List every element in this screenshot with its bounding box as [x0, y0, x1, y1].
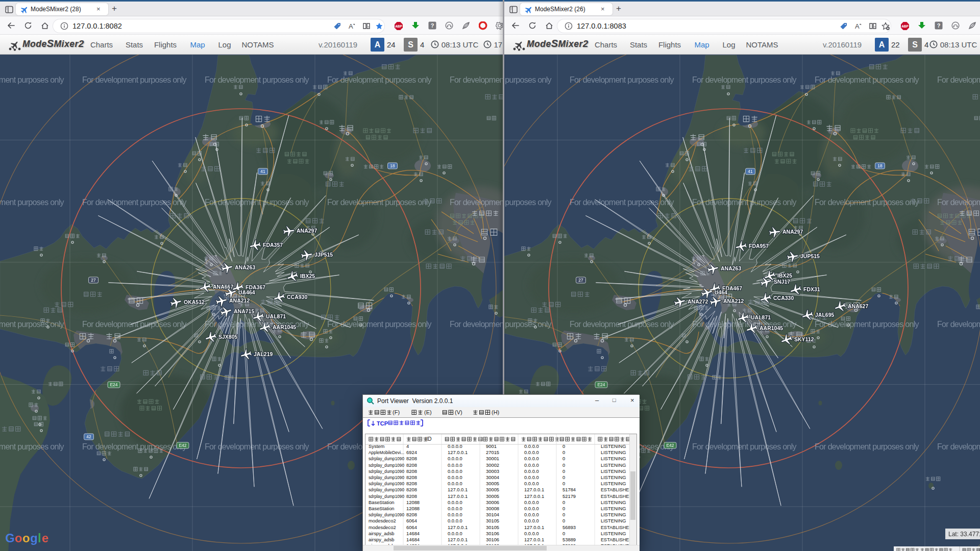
svg-text:127.0.0.1: 127.0.0.1 [448, 449, 468, 455]
svg-text:4: 4 [406, 443, 409, 449]
svg-text:0.0.0.0: 0.0.0.0 [524, 443, 539, 449]
svg-text:127.0.0.1: 127.0.0.1 [524, 487, 544, 492]
svg-text:(E): (E) [424, 409, 432, 415]
svg-text:LISTENING: LISTENING [601, 468, 626, 474]
svg-text:0: 0 [562, 531, 565, 536]
svg-text:LISTENING: LISTENING [601, 518, 626, 523]
svg-text:TCP: TCP [377, 420, 388, 427]
svg-text:FDA957: FDA957 [749, 243, 769, 249]
svg-text:0.0.0.0: 0.0.0.0 [524, 462, 539, 468]
svg-text:LISTENING: LISTENING [601, 506, 626, 511]
svg-text:ANA667: ANA667 [213, 284, 233, 290]
svg-text:ANA263: ANA263 [721, 265, 741, 271]
svg-text:27015: 27015 [486, 449, 499, 455]
svg-text:30106: 30106 [486, 531, 499, 536]
svg-text:AppleMobileDevi...: AppleMobileDevi... [369, 449, 404, 455]
svg-text:LISTENING: LISTENING [601, 481, 626, 486]
svg-text:0: 0 [562, 506, 565, 511]
svg-text:0.0.0.0: 0.0.0.0 [524, 512, 539, 517]
svg-text:0.0.0.0: 0.0.0.0 [448, 456, 462, 461]
svg-text:ESTABLISHED: ESTABLISHED [601, 524, 632, 530]
svg-text:30105: 30105 [486, 524, 499, 530]
svg-text:14684: 14684 [406, 537, 420, 542]
svg-text:sdrplay_dump1090: sdrplay_dump1090 [369, 456, 404, 461]
svg-text:0.0.0.0: 0.0.0.0 [448, 499, 462, 505]
svg-text:AAR1045: AAR1045 [273, 324, 296, 330]
svg-text:0.0.0.0: 0.0.0.0 [524, 531, 539, 536]
svg-text:8208: 8208 [406, 512, 417, 517]
svg-text:LISTENING: LISTENING [601, 462, 626, 468]
svg-text:BaseStation: BaseStation [369, 506, 395, 511]
svg-text:30001: 30001 [486, 456, 499, 461]
svg-text:CCA930: CCA930 [287, 294, 307, 300]
svg-text:0.0.0.0: 0.0.0.0 [448, 462, 462, 468]
svg-text:30106: 30106 [486, 537, 499, 542]
svg-text:sdrplay_dump1090: sdrplay_dump1090 [369, 468, 404, 474]
svg-text:0: 0 [562, 449, 565, 455]
svg-text:8208: 8208 [406, 493, 417, 499]
svg-text:LISTENING: LISTENING [601, 474, 626, 480]
svg-text:8208: 8208 [406, 487, 417, 492]
svg-text:0.0.0.0: 0.0.0.0 [524, 474, 539, 480]
svg-text:6924: 6924 [406, 449, 417, 455]
svg-text:30104: 30104 [486, 512, 499, 517]
svg-text:LISTENING: LISTENING [601, 456, 626, 461]
svg-text:0.0.0.0: 0.0.0.0 [448, 531, 462, 536]
svg-text:127.0.0.1: 127.0.0.1 [524, 493, 544, 499]
svg-text:ANA212: ANA212 [229, 297, 250, 304]
svg-text:127.0.0.1: 127.0.0.1 [448, 537, 468, 542]
svg-text:JAL219: JAL219 [254, 351, 273, 357]
svg-text:(V): (V) [455, 409, 462, 415]
svg-text:SJX805: SJX805 [218, 334, 238, 340]
svg-text:sdrplay_dump1090: sdrplay_dump1090 [369, 487, 404, 492]
svg-text:30008: 30008 [486, 506, 499, 511]
svg-text:8208: 8208 [406, 474, 417, 480]
svg-text:LISTENING: LISTENING [601, 499, 626, 505]
svg-text:sdrplay_dump1090: sdrplay_dump1090 [369, 481, 404, 486]
svg-text:(H): (H) [492, 409, 499, 415]
svg-text:JAL695: JAL695 [815, 312, 835, 318]
svg-text:SKY112: SKY112 [794, 336, 814, 342]
svg-text:0: 0 [562, 512, 565, 517]
svg-text:JUP515: JUP515 [800, 253, 820, 259]
svg-text:ANA212: ANA212 [723, 298, 744, 304]
svg-text:0: 0 [562, 468, 565, 474]
svg-text:modesdeco2: modesdeco2 [369, 524, 396, 530]
svg-text:LISTENING: LISTENING [601, 531, 626, 536]
svg-text:0.0.0.0: 0.0.0.0 [448, 518, 462, 523]
svg-text:0.0.0.0: 0.0.0.0 [448, 443, 462, 449]
svg-text:30004: 30004 [486, 474, 499, 480]
svg-text:56893: 56893 [562, 524, 576, 530]
svg-text:UAL871: UAL871 [266, 313, 286, 319]
svg-text:6064: 6064 [406, 524, 417, 530]
svg-text:ANA263: ANA263 [235, 264, 255, 270]
svg-text:0: 0 [562, 518, 565, 523]
svg-text:ESTABLISHED: ESTABLISHED [601, 487, 632, 492]
svg-text:LISTENING: LISTENING [601, 443, 626, 449]
svg-text:8208: 8208 [406, 462, 417, 468]
svg-text:12088: 12088 [406, 506, 420, 511]
svg-text:0.0.0.0: 0.0.0.0 [448, 506, 462, 511]
svg-text:30002: 30002 [486, 462, 499, 468]
svg-text:0.0.0.0: 0.0.0.0 [448, 512, 462, 517]
svg-text:0: 0 [562, 456, 565, 461]
svg-text:OKA512: OKA512 [184, 299, 205, 305]
svg-text:127.0.0.1: 127.0.0.1 [448, 487, 468, 492]
svg-text:JJP515: JJP515 [314, 252, 333, 258]
svg-text:FDX31: FDX31 [803, 286, 820, 292]
svg-text:0.0.0.0: 0.0.0.0 [524, 468, 539, 474]
svg-text:ANA297: ANA297 [782, 229, 803, 235]
svg-text:IBX25: IBX25 [300, 273, 315, 279]
svg-text:30003: 30003 [486, 468, 499, 474]
svg-text:52179: 52179 [562, 493, 576, 499]
svg-text:51784: 51784 [562, 487, 576, 492]
svg-text:sdrplay_dump1090: sdrplay_dump1090 [369, 512, 404, 517]
svg-text:127.0.0.1: 127.0.0.1 [448, 524, 468, 530]
svg-text:0.0.0.0: 0.0.0.0 [448, 474, 462, 480]
svg-text:airspy_adsb: airspy_adsb [369, 531, 395, 536]
svg-text:sdrplay_dump1090: sdrplay_dump1090 [369, 474, 404, 480]
svg-text:0.0.0.0: 0.0.0.0 [524, 456, 539, 461]
svg-text:LISTENING: LISTENING [601, 512, 626, 517]
svg-text:AAR1045: AAR1045 [760, 325, 783, 331]
svg-text:8208: 8208 [406, 481, 417, 486]
